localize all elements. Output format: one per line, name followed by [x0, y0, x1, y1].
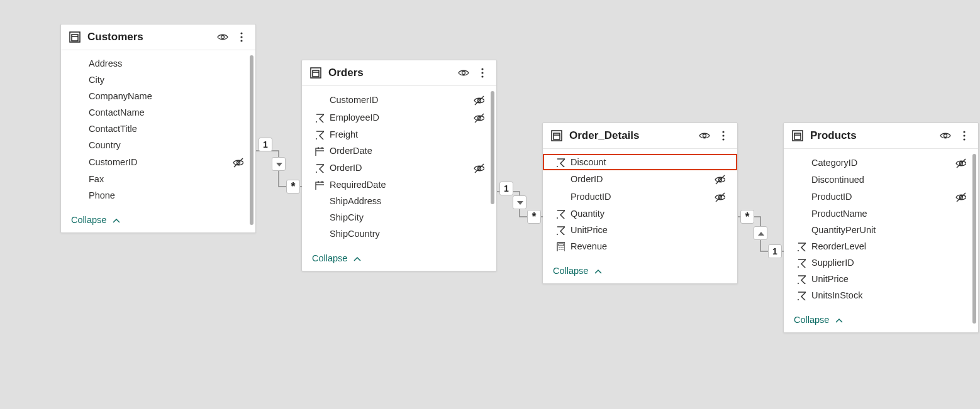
field-label: CustomerID [89, 157, 226, 167]
collapse-link[interactable]: Collapse [794, 315, 843, 325]
field-label: ProductName [811, 209, 949, 219]
relationship-one-marker: 1 [259, 138, 272, 151]
field-row[interactable]: EmployeeID [302, 109, 496, 126]
relationship-direction-icon [272, 157, 286, 171]
collapse-label: Collapse [794, 315, 829, 325]
eye-icon[interactable] [216, 31, 229, 43]
field-row[interactable]: UnitsInStock [784, 287, 978, 303]
field-row[interactable]: ProductID [784, 188, 978, 205]
field-row[interactable]: UnitPrice [784, 271, 978, 287]
collapse-label: Collapse [312, 253, 347, 263]
hidden-icon [954, 157, 967, 168]
calculator-icon [554, 241, 565, 251]
relationship-direction-icon [513, 195, 526, 209]
field-label: EmployeeID [330, 112, 467, 123]
eye-icon[interactable] [698, 129, 711, 142]
field-row[interactable]: Discontinued [784, 172, 978, 188]
field-row[interactable]: OrderDate [302, 143, 496, 159]
field-label: UnitPrice [571, 225, 708, 235]
field-label: City [89, 75, 226, 85]
scrollbar[interactable] [250, 55, 253, 225]
hidden-icon [472, 94, 485, 106]
eye-icon[interactable] [457, 67, 470, 79]
field-row[interactable]: Revenue [543, 238, 737, 254]
field-row[interactable]: ContactName [61, 104, 255, 121]
field-row[interactable]: Discount [543, 154, 737, 170]
field-row[interactable]: CustomerID [61, 153, 255, 171]
field-row[interactable]: QuantityPerUnit [784, 222, 978, 238]
field-label: ProductID [811, 192, 949, 202]
field-row[interactable]: OrderID [302, 159, 496, 177]
field-row[interactable]: ContactTitle [61, 121, 255, 137]
field-label: CompanyName [89, 91, 226, 101]
hidden-icon [713, 191, 726, 202]
sigma-icon [313, 112, 325, 123]
field-label: ContactName [89, 107, 226, 117]
field-label: Address [89, 58, 226, 68]
field-row[interactable]: CustomerID [302, 91, 496, 109]
sigma-icon [795, 274, 806, 284]
collapse-link[interactable]: Collapse [553, 266, 602, 276]
collapse-link[interactable]: Collapse [71, 215, 120, 225]
field-label: Freight [330, 129, 467, 139]
eye-icon[interactable] [939, 129, 952, 142]
table-card-products[interactable]: Products CategoryIDDiscontinuedProductID… [783, 123, 979, 333]
field-row[interactable]: RequiredDate [302, 177, 496, 193]
hidden-icon [231, 156, 244, 168]
relationship-many-marker: * [740, 210, 754, 224]
field-row[interactable]: OrderID [543, 170, 737, 188]
table-card-customers[interactable]: Customers AddressCityCompanyNameContactN… [60, 24, 256, 233]
scrollbar[interactable] [491, 91, 494, 204]
field-row[interactable]: CategoryID [784, 154, 978, 172]
field-row[interactable]: ShipCountry [302, 226, 496, 242]
more-icon[interactable] [717, 129, 730, 142]
field-row[interactable]: ReorderLevel [784, 238, 978, 254]
hidden-icon [472, 162, 485, 173]
table-card-orders[interactable]: Orders CustomerIDEmployeeIDFreightOrderD… [301, 60, 497, 271]
field-list-customers: AddressCityCompanyNameContactNameContact… [61, 50, 255, 209]
collapse-link[interactable]: Collapse [312, 253, 361, 263]
field-label: CategoryID [811, 158, 949, 168]
field-row[interactable]: CompanyName [61, 88, 255, 104]
more-icon[interactable] [476, 67, 489, 79]
field-label: ShipCountry [330, 229, 467, 239]
sigma-icon [795, 290, 806, 300]
field-list-orders: CustomerIDEmployeeIDFreightOrderDateOrde… [302, 86, 496, 247]
field-label: OrderDate [330, 146, 467, 156]
relationship-many-marker: * [527, 210, 541, 224]
field-row[interactable]: City [61, 72, 255, 88]
more-icon[interactable] [235, 31, 248, 43]
collapse-label: Collapse [71, 215, 106, 225]
collapse-label: Collapse [553, 266, 588, 276]
calendar-icon [313, 146, 325, 156]
field-row[interactable]: Quantity [543, 205, 737, 222]
field-row[interactable]: SupplierID [784, 254, 978, 271]
table-header-orders: Orders [302, 60, 496, 86]
field-label: SupplierID [811, 258, 949, 268]
field-row[interactable]: Fax [61, 171, 255, 187]
field-row[interactable]: ShipAddress [302, 193, 496, 209]
table-title: Orders [328, 67, 451, 79]
sigma-icon [554, 209, 565, 219]
field-label: Fax [89, 174, 226, 184]
field-row[interactable]: Phone [61, 187, 255, 204]
field-label: Phone [89, 190, 226, 200]
sigma-icon [795, 241, 806, 251]
table-header-customers: Customers [61, 25, 255, 50]
field-label: UnitsInStock [811, 290, 949, 300]
field-label: Discontinued [811, 175, 949, 185]
field-row[interactable]: ShipCity [302, 209, 496, 226]
sigma-icon [313, 163, 325, 173]
field-label: Quantity [571, 209, 708, 219]
field-row[interactable]: Freight [302, 126, 496, 143]
more-icon[interactable] [958, 129, 971, 142]
field-label: ReorderLevel [811, 241, 949, 251]
field-row[interactable]: Address [61, 55, 255, 72]
field-row[interactable]: UnitPrice [543, 222, 737, 238]
field-row[interactable]: ProductID [543, 188, 737, 205]
field-label: OrderID [571, 174, 708, 184]
field-row[interactable]: Country [61, 137, 255, 153]
scrollbar[interactable] [972, 154, 976, 324]
field-row[interactable]: ProductName [784, 205, 978, 222]
table-card-order-details[interactable]: Order_Details DiscountOrderIDProductIDQu… [542, 123, 738, 284]
